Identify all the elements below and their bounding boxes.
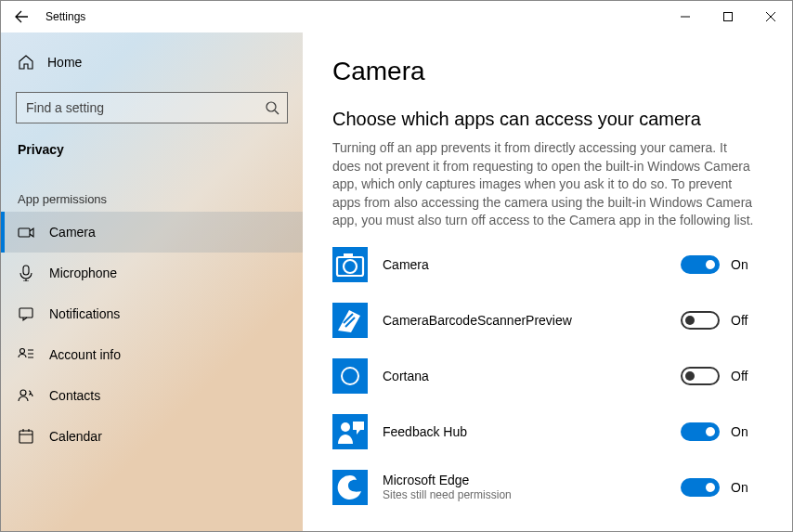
notifications-icon <box>18 305 34 322</box>
app-name: Feedback Hub <box>383 424 681 439</box>
calendar-icon <box>18 428 34 445</box>
sidebar-item-calendar[interactable]: Calendar <box>1 416 303 457</box>
app-name: Cortana <box>383 369 681 383</box>
svg-rect-3 <box>23 266 29 275</box>
svg-point-8 <box>344 260 357 273</box>
toggle-feedback[interactable]: On <box>681 422 755 441</box>
app-name: Camera <box>383 257 681 272</box>
svg-rect-2 <box>19 228 30 237</box>
sidebar-item-notifications[interactable]: Notifications <box>1 293 303 334</box>
home-label: Home <box>47 55 82 70</box>
svg-rect-7 <box>20 431 32 443</box>
toggle-state: Off <box>731 369 755 383</box>
window-title: Settings <box>42 10 85 23</box>
toggle-switch <box>681 311 720 330</box>
edge-app-icon <box>332 470 368 505</box>
sidebar-item-label: Microphone <box>49 266 117 280</box>
app-subtext: Sites still need permission <box>383 488 681 501</box>
svg-rect-0 <box>724 13 733 21</box>
svg-rect-13 <box>353 422 364 430</box>
toggle-cortana[interactable]: Off <box>681 367 755 385</box>
svg-point-6 <box>20 390 26 396</box>
search-input[interactable] <box>26 100 265 115</box>
barcode-app-icon <box>332 303 368 338</box>
toggle-switch <box>681 478 720 497</box>
home-icon <box>18 54 34 71</box>
maximize-button[interactable] <box>707 1 749 32</box>
app-name: Microsoft Edge <box>383 473 681 487</box>
svg-point-12 <box>341 422 350 432</box>
camera-app-icon <box>332 247 368 282</box>
app-row-cortana: CortanaOff <box>332 358 755 394</box>
sidebar-item-label: Account info <box>49 347 121 362</box>
sidebar-item-label: Contacts <box>49 388 100 403</box>
page-title: Camera <box>332 57 755 86</box>
minimize-icon <box>681 12 690 21</box>
toggle-state: Off <box>731 313 755 328</box>
svg-rect-10 <box>344 253 353 258</box>
category-heading: Privacy <box>1 123 303 157</box>
contacts-icon <box>18 387 34 404</box>
app-name: CameraBarcodeScannerPreview <box>383 313 681 328</box>
search-box[interactable] <box>16 92 288 123</box>
microphone-icon <box>18 265 34 281</box>
sidebar-item-contacts[interactable]: Contacts <box>1 375 303 416</box>
maximize-icon <box>723 12 733 21</box>
sidebar-item-microphone[interactable]: Microphone <box>1 253 303 293</box>
toggle-switch <box>681 255 720 274</box>
sidebar-item-label: Camera <box>49 225 96 240</box>
sidebar-item-label: Notifications <box>49 306 120 321</box>
svg-point-11 <box>342 368 358 384</box>
main-panel: Camera Choose which apps can access your… <box>303 32 792 531</box>
sidebar-item-account-info[interactable]: Account info <box>1 334 303 375</box>
title-bar: Settings <box>1 1 792 32</box>
svg-rect-4 <box>20 308 32 318</box>
home-nav[interactable]: Home <box>1 44 303 81</box>
account-info-icon <box>18 346 34 363</box>
toggle-state: On <box>731 424 755 439</box>
back-button[interactable] <box>1 1 42 32</box>
app-row-camera: CameraOn <box>332 247 755 282</box>
toggle-camera[interactable]: On <box>681 255 755 274</box>
toggle-edge[interactable]: On <box>681 478 755 497</box>
toggle-state: On <box>731 257 755 272</box>
svg-point-5 <box>20 349 25 354</box>
app-row-barcode: CameraBarcodeScannerPreviewOff <box>332 303 755 338</box>
svg-point-1 <box>266 102 276 111</box>
app-row-feedback: Feedback HubOn <box>332 414 755 449</box>
close-button[interactable] <box>749 1 792 32</box>
minimize-button[interactable] <box>664 1 707 32</box>
page-subtitle: Choose which apps can access your camera <box>332 109 755 130</box>
cortana-app-icon <box>332 358 368 394</box>
toggle-switch <box>681 422 720 441</box>
search-icon <box>265 100 280 115</box>
toggle-switch <box>681 367 720 385</box>
section-heading: App permissions <box>1 157 303 212</box>
page-description: Turning off an app prevents it from dire… <box>332 139 755 230</box>
app-row-edge: Microsoft EdgeSites still need permissio… <box>332 470 755 505</box>
camera-icon <box>18 224 34 240</box>
arrow-left-icon <box>14 9 29 24</box>
sidebar-item-label: Calendar <box>49 429 102 444</box>
close-icon <box>766 12 775 21</box>
feedback-app-icon <box>332 414 368 449</box>
sidebar: Home Privacy App permissions CameraMicro… <box>1 32 303 531</box>
sidebar-item-camera[interactable]: Camera <box>1 212 303 253</box>
toggle-state: On <box>731 480 755 495</box>
toggle-barcode[interactable]: Off <box>681 311 755 330</box>
